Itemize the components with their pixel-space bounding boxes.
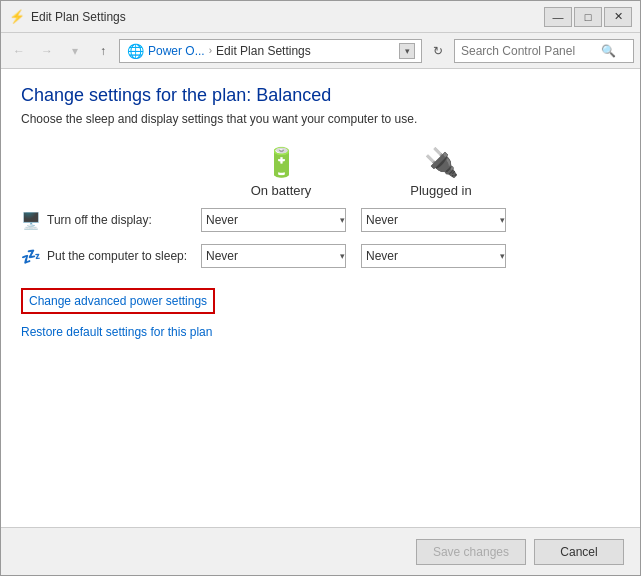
display-plugged-select[interactable]: Never 1 minute 5 minutes 10 minutes 15 m… (361, 208, 506, 232)
up-arrow-icon: ↑ (100, 44, 106, 58)
plugged-in-label: Plugged in (410, 183, 471, 198)
sleep-plugged-select[interactable]: Never 1 minute 5 minutes 10 minutes 15 m… (361, 244, 506, 268)
search-box[interactable]: 🔍 (454, 39, 634, 63)
path-part2: Edit Plan Settings (216, 44, 311, 58)
battery-icon: 🔋 (264, 146, 299, 179)
refresh-button[interactable]: ↻ (426, 39, 450, 63)
path-dropdown-btn[interactable]: ▾ (399, 43, 415, 59)
sleep-battery-select[interactable]: Never 1 minute 5 minutes 10 minutes 15 m… (201, 244, 346, 268)
sleep-battery-dropdown-wrap: Never 1 minute 5 minutes 10 minutes 15 m… (201, 244, 361, 268)
window-icon: ⚡ (9, 9, 25, 25)
forward-button[interactable]: → (35, 39, 59, 63)
forward-arrow-icon: → (41, 44, 53, 58)
content-area: Change settings for the plan: Balanced C… (1, 69, 640, 527)
path-part1[interactable]: Power O... (148, 44, 205, 58)
put-to-sleep-text: Put the computer to sleep: (47, 249, 187, 263)
address-path[interactable]: 🌐 Power O... › Edit Plan Settings ▾ (119, 39, 422, 63)
footer: Save changes Cancel (1, 527, 640, 575)
plugged-icon: 🔌 (424, 146, 459, 179)
display-battery-dropdown-wrap: Never 1 minute 5 minutes 10 minutes 15 m… (201, 208, 361, 232)
page-title: Change settings for the plan: Balanced (21, 85, 620, 106)
plugged-in-header: 🔌 Plugged in (361, 146, 521, 198)
turn-off-display-row: 🖥️ Turn off the display: Never 1 minute … (21, 208, 620, 232)
path-icon: 🌐 (126, 42, 144, 60)
close-button[interactable]: ✕ (604, 7, 632, 27)
restore-defaults-link[interactable]: Restore default settings for this plan (21, 325, 212, 339)
turn-off-display-label: 🖥️ Turn off the display: (21, 211, 201, 230)
put-to-sleep-label: 💤 Put the computer to sleep: (21, 247, 201, 266)
back-button[interactable]: ← (7, 39, 31, 63)
sleep-icon: 💤 (21, 247, 41, 266)
on-battery-header: 🔋 On battery (201, 146, 361, 198)
minimize-button[interactable]: — (544, 7, 572, 27)
window-title: Edit Plan Settings (31, 10, 544, 24)
path-separator1: › (209, 45, 212, 56)
search-icon[interactable]: 🔍 (601, 44, 616, 58)
cancel-button[interactable]: Cancel (534, 539, 624, 565)
links-section: Change advanced power settings Restore d… (21, 288, 620, 339)
turn-off-display-text: Turn off the display: (47, 213, 152, 227)
save-changes-button[interactable]: Save changes (416, 539, 526, 565)
address-bar: ← → ▾ ↑ 🌐 Power O... › Edit Plan Setting… (1, 33, 640, 69)
page-subtitle: Choose the sleep and display settings th… (21, 112, 620, 126)
put-to-sleep-row: 💤 Put the computer to sleep: Never 1 min… (21, 244, 620, 268)
up-button[interactable]: ↑ (91, 39, 115, 63)
main-window: ⚡ Edit Plan Settings — □ ✕ ← → ▾ ↑ 🌐 Pow… (0, 0, 641, 576)
window-controls: — □ ✕ (544, 7, 632, 27)
display-battery-select[interactable]: Never 1 minute 5 minutes 10 minutes 15 m… (201, 208, 346, 232)
search-input[interactable] (461, 44, 601, 58)
sleep-plugged-dropdown-wrap: Never 1 minute 5 minutes 10 minutes 15 m… (361, 244, 521, 268)
title-bar: ⚡ Edit Plan Settings — □ ✕ (1, 1, 640, 33)
dropdown-recent-button[interactable]: ▾ (63, 39, 87, 63)
column-headers: 🔋 On battery 🔌 Plugged in (21, 146, 620, 198)
display-plugged-dropdown-wrap: Never 1 minute 5 minutes 10 minutes 15 m… (361, 208, 521, 232)
change-advanced-link[interactable]: Change advanced power settings (21, 288, 215, 314)
on-battery-label: On battery (251, 183, 312, 198)
refresh-icon: ↻ (433, 44, 443, 58)
maximize-button[interactable]: □ (574, 7, 602, 27)
display-icon: 🖥️ (21, 211, 41, 230)
settings-grid: 🔋 On battery 🔌 Plugged in 🖥️ Turn off th… (21, 146, 620, 268)
back-arrow-icon: ← (13, 44, 25, 58)
